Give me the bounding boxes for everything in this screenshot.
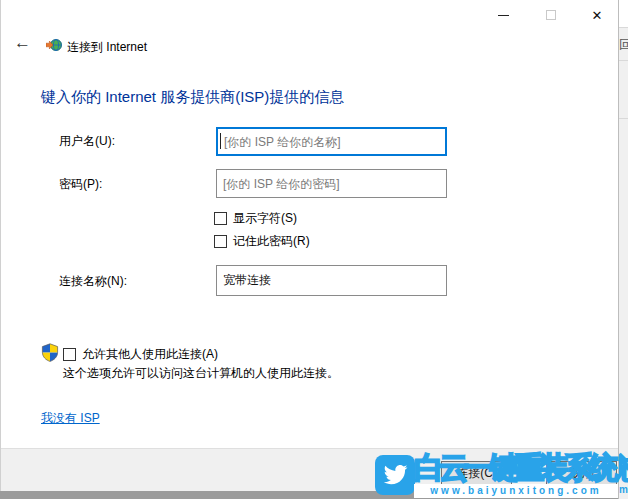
allow-others-description: 这个选项允许可以访问这台计算机的人使用此连接。 xyxy=(63,365,339,382)
back-button[interactable]: ← xyxy=(14,33,31,53)
remember-password-checkbox[interactable] xyxy=(214,235,227,248)
screenshot-root: ✕ ← 连接到 Internet 键入你的 Internet 服务提供商(ISP… xyxy=(0,0,628,499)
title-bar: ✕ xyxy=(1,0,619,30)
dialog-title: 连接到 Internet xyxy=(67,39,147,56)
remember-password-label[interactable]: 记住此密码(R) xyxy=(233,233,310,250)
show-characters-checkbox[interactable] xyxy=(214,212,227,225)
background-window-titlebar xyxy=(619,0,628,28)
username-input[interactable] xyxy=(216,127,447,156)
connect-internet-icon xyxy=(46,37,62,53)
connection-name-input[interactable] xyxy=(216,265,447,296)
text-caret xyxy=(220,133,221,149)
minimize-icon xyxy=(498,15,509,16)
username-label: 用户名(U): xyxy=(59,133,115,150)
show-characters-row: 显示字符(S) xyxy=(214,210,297,227)
background-window-sliver: 回 统 m xyxy=(618,0,628,499)
maximize-icon xyxy=(546,10,556,20)
watermark-brand-text: 白云一键重装系统 xyxy=(414,449,620,487)
uac-shield-icon xyxy=(41,343,59,362)
connect-to-internet-dialog: ✕ ← 连接到 Internet 键入你的 Internet 服务提供商(ISP… xyxy=(0,0,618,499)
watermark-bird-badge xyxy=(375,455,415,495)
maximize-button xyxy=(534,0,568,30)
remember-password-row: 记住此密码(R) xyxy=(214,233,310,250)
allow-others-row: 允许其他人使用此连接(A) xyxy=(63,346,218,363)
close-button[interactable]: ✕ xyxy=(580,0,614,30)
allow-others-label[interactable]: 允许其他人使用此连接(A) xyxy=(82,346,218,363)
allow-others-checkbox[interactable] xyxy=(63,348,76,361)
background-partial-glyph-top: 回 xyxy=(619,36,628,54)
page-heading: 键入你的 Internet 服务提供商(ISP)提供的信息 xyxy=(41,88,344,107)
password-label: 密码(P): xyxy=(59,176,102,193)
background-partial-url: m xyxy=(619,484,628,495)
divider xyxy=(619,118,628,119)
close-icon: ✕ xyxy=(592,9,603,22)
minimize-button[interactable] xyxy=(486,0,520,30)
password-input[interactable] xyxy=(216,169,447,198)
divider xyxy=(619,60,628,61)
twitter-bird-icon xyxy=(382,462,408,488)
connection-name-label: 连接名称(N): xyxy=(59,273,127,290)
no-isp-link[interactable]: 我没有 ISP xyxy=(41,410,100,427)
wizard-header: ← 连接到 Internet xyxy=(1,30,619,62)
watermark-url-text: www.baiyunxitong.com xyxy=(414,484,618,498)
show-characters-label[interactable]: 显示字符(S) xyxy=(233,210,297,227)
